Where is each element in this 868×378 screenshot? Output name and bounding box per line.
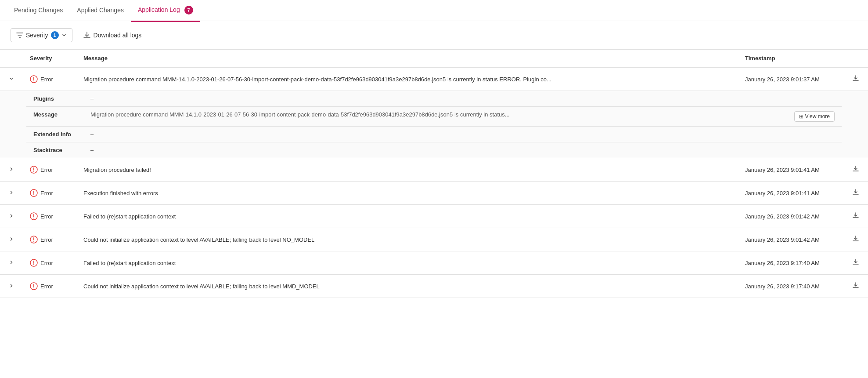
expand-row1-button[interactable]	[7, 75, 16, 84]
detail-message-value: Migration procedure command MMM-14.1.0-2…	[83, 107, 842, 127]
download-row7-button[interactable]	[850, 280, 861, 292]
download-icon	[83, 31, 91, 39]
severity-cell: Error	[30, 75, 69, 83]
log-timestamp: January 26, 2023 9:01:41 AM	[738, 182, 843, 205]
tab-application-log-badge: 7	[184, 6, 193, 15]
severity-label: Error	[40, 167, 53, 173]
log-message: Failed to (re)start application context	[76, 205, 738, 228]
expand-row2-button[interactable]	[7, 166, 16, 174]
col-header-severity: Severity	[23, 50, 76, 67]
chevron-right-icon	[9, 260, 14, 265]
error-icon	[30, 282, 38, 290]
severity-filter-label: Severity	[26, 32, 48, 39]
log-table-container: Severity Message Timestamp	[0, 50, 868, 298]
download-all-logs-button[interactable]: Download all logs	[79, 29, 145, 42]
expand-row7-button[interactable]	[7, 282, 16, 291]
download-row4-button[interactable]	[850, 210, 861, 222]
detail-extended-label: Extended info	[26, 127, 83, 142]
severity-filter-badge: 1	[51, 31, 59, 39]
error-icon	[30, 166, 38, 174]
svg-point-5	[33, 194, 34, 195]
expand-row6-button[interactable]	[7, 259, 16, 267]
severity-label: Error	[40, 260, 53, 266]
toolbar: Severity 1 Download all logs	[0, 21, 868, 50]
download-all-logs-label: Download all logs	[94, 32, 142, 39]
chevron-right-icon	[9, 236, 14, 242]
log-message: Could not initialize application context…	[76, 228, 738, 251]
chevron-right-icon	[9, 283, 14, 288]
severity-label: Error	[40, 76, 53, 83]
detail-extended-value: –	[83, 127, 842, 142]
log-timestamp: January 26, 2023 9:01:41 AM	[738, 158, 843, 182]
tab-bar: Pending Changes Applied Changes Applicat…	[0, 0, 868, 21]
chevron-right-icon	[9, 213, 14, 218]
detail-stacktrace-row: Stacktrace –	[26, 142, 842, 158]
detail-stacktrace-value: –	[83, 142, 842, 158]
expand-row3-button[interactable]	[7, 189, 16, 197]
svg-point-7	[33, 218, 34, 218]
severity-label: Error	[40, 213, 53, 220]
log-timestamp: January 26, 2023 9:01:37 AM	[738, 67, 843, 91]
download-row2-button[interactable]	[850, 164, 861, 176]
tab-application-log-label: Application Log	[138, 6, 180, 13]
detail-plugins-label: Plugins	[26, 91, 83, 107]
log-timestamp: January 26, 2023 9:01:42 AM	[738, 228, 843, 251]
tab-application-log[interactable]: Application Log 7	[131, 0, 200, 22]
error-icon	[30, 189, 38, 197]
log-message: Migration procedure failed!	[76, 158, 738, 182]
detail-row: Plugins – Message Migration procedure co…	[0, 91, 868, 158]
col-header-timestamp: Timestamp	[738, 50, 843, 67]
severity-filter-button[interactable]: Severity 1	[11, 28, 72, 42]
error-icon	[30, 212, 38, 220]
severity-cell: Error	[30, 236, 69, 244]
severity-cell: Error	[30, 282, 69, 290]
expand-row4-button[interactable]	[7, 212, 16, 221]
severity-label: Error	[40, 236, 53, 243]
download-row1-button[interactable]	[850, 73, 861, 85]
log-message: Could not initialize application context…	[76, 275, 738, 298]
table-row: Error Could not initialize application c…	[0, 228, 868, 251]
svg-point-3	[33, 171, 34, 172]
tab-pending-changes[interactable]: Pending Changes	[7, 0, 70, 21]
expand-row5-button[interactable]	[7, 236, 16, 244]
severity-label: Error	[40, 190, 53, 196]
download-row6-button[interactable]	[850, 257, 861, 269]
log-timestamp: January 26, 2023 9:17:40 AM	[738, 251, 843, 275]
severity-label: Error	[40, 283, 53, 290]
table-row: Error Failed to (re)start application co…	[0, 205, 868, 228]
detail-message-label: Message	[26, 107, 83, 127]
svg-point-9	[33, 241, 34, 242]
tab-applied-changes[interactable]: Applied Changes	[70, 0, 131, 21]
log-table: Severity Message Timestamp	[0, 50, 868, 298]
table-row: Error Could not initialize application c…	[0, 275, 868, 298]
view-more-button[interactable]: ⊞ View more	[794, 111, 835, 122]
detail-extended-row: Extended info –	[26, 127, 842, 142]
filter-icon	[16, 32, 23, 39]
severity-cell: Error	[30, 189, 69, 197]
severity-cell: Error	[30, 212, 69, 220]
log-timestamp: January 26, 2023 9:01:42 AM	[738, 205, 843, 228]
table-row: Error Execution finished with errors Jan…	[0, 182, 868, 205]
detail-plugins-value: –	[83, 91, 842, 107]
table-row: Error Migration procedure failed! Januar…	[0, 158, 868, 182]
chevron-down-icon	[9, 76, 14, 81]
detail-message-row: Message Migration procedure command MMM-…	[26, 107, 842, 127]
log-message: Failed to (re)start application context	[76, 251, 738, 275]
detail-plugins-row: Plugins –	[26, 91, 842, 107]
col-header-message: Message	[76, 50, 738, 67]
error-icon	[30, 236, 38, 244]
severity-cell: Error	[30, 259, 69, 267]
error-icon	[30, 75, 38, 83]
svg-point-1	[33, 80, 34, 81]
detail-stacktrace-label: Stacktrace	[26, 142, 83, 158]
log-timestamp: January 26, 2023 9:17:40 AM	[738, 275, 843, 298]
svg-point-13	[33, 287, 34, 288]
download-row3-button[interactable]	[850, 187, 861, 199]
chevron-down-icon	[61, 33, 67, 38]
chevron-right-icon	[9, 167, 14, 172]
log-message: Migration procedure command MMM-14.1.0-2…	[76, 67, 738, 91]
chevron-right-icon	[9, 190, 14, 195]
download-row5-button[interactable]	[850, 233, 861, 246]
severity-cell: Error	[30, 166, 69, 174]
svg-point-11	[33, 264, 34, 265]
